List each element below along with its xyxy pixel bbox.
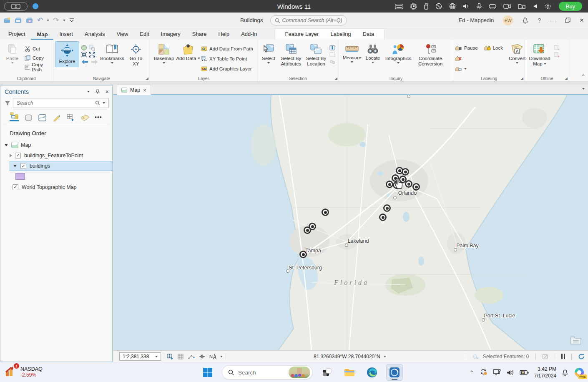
locate-button[interactable]: Locate	[363, 41, 382, 63]
tab-feature-layer[interactable]: Feature Layer	[279, 29, 325, 40]
building-point-marker[interactable]	[402, 168, 409, 176]
layer-checkbox[interactable]: ✓	[13, 184, 18, 190]
buildings-symbology-row[interactable]	[1, 171, 112, 182]
list-by-snapping-icon[interactable]	[66, 113, 75, 121]
harddrive-icon[interactable]	[489, 3, 496, 9]
cpu-icon[interactable]	[410, 3, 417, 10]
globe-network-icon[interactable]	[449, 3, 456, 10]
redo-dropdown-icon[interactable]	[63, 20, 65, 21]
map-canvas[interactable]: OrlandoLakelandTampaSt. PetersburgPalm B…	[113, 95, 588, 350]
edge-browser-button[interactable]	[364, 364, 380, 381]
cut-button[interactable]: Cut	[25, 45, 51, 53]
more-labeling-button[interactable]	[455, 65, 503, 73]
list-by-data-source-icon[interactable]	[24, 113, 33, 121]
pause-labeling-button[interactable]: Pause	[455, 44, 478, 52]
selection-launcher-icon[interactable]: ◢	[334, 76, 337, 80]
speaker-icon[interactable]	[463, 3, 470, 9]
save-project-icon[interactable]	[3, 17, 11, 24]
microphone-icon[interactable]	[477, 3, 482, 10]
view-list-icon[interactable]	[582, 88, 585, 90]
network-disabled-icon[interactable]	[435, 3, 442, 10]
new-bookmark-icon[interactable]	[167, 354, 174, 359]
paste-button[interactable]: Paste	[2, 41, 23, 64]
coordinates-readout[interactable]: 81.3260349°W 28.7044020°N	[314, 354, 386, 359]
building-point-marker[interactable]	[322, 209, 329, 216]
open-project-icon[interactable]	[15, 17, 22, 24]
notification-bell-icon[interactable]	[562, 369, 568, 376]
select-by-attributes-button[interactable]: Select By Attributes	[278, 41, 304, 67]
hidden-icons-chevron[interactable]: ⌃	[470, 369, 474, 376]
status-options-icon[interactable]	[220, 356, 223, 357]
zoom-out-arrows-icon[interactable]	[89, 52, 95, 58]
select-by-location-button[interactable]: Select By Location	[304, 41, 328, 67]
next-extent-icon[interactable]	[91, 59, 98, 65]
grid-icon[interactable]	[178, 354, 184, 359]
download-map-button[interactable]: Download Map	[527, 41, 553, 67]
tab-help[interactable]: Help	[212, 29, 235, 40]
command-search-input[interactable]	[282, 18, 342, 23]
contents-more-options[interactable]: •••	[95, 114, 102, 121]
remote-display-icon[interactable]	[493, 369, 501, 376]
volume-icon[interactable]	[507, 369, 514, 376]
tree-node-buildings[interactable]: ✓ buildings	[10, 161, 112, 171]
labeling-launcher-icon[interactable]: ◢	[520, 76, 523, 80]
building-point-marker[interactable]	[379, 214, 387, 221]
tree-node-map[interactable]: Map	[1, 140, 112, 150]
map-view-tab[interactable]: Map ×	[117, 85, 151, 95]
collapse-ribbon-icon[interactable]: ⌃	[581, 73, 585, 80]
tree-node-buildings-featuretopoint[interactable]: ✓ buildings_FeatureToPoint	[1, 150, 112, 161]
go-to-xy-button[interactable]: Go To XY	[126, 41, 146, 67]
building-point-marker[interactable]	[405, 180, 412, 188]
infographics-button[interactable]: Infographics	[382, 41, 414, 64]
close-view-icon[interactable]: ×	[143, 87, 146, 93]
pane-close-icon[interactable]: ×	[106, 88, 109, 95]
filter-icon[interactable]	[5, 101, 10, 106]
clear-selection-icon[interactable]	[329, 52, 335, 58]
pause-drawing-icon[interactable]	[561, 354, 565, 359]
scale-dropdown[interactable]: 1:2,381,338	[119, 352, 161, 361]
keyboard-icon[interactable]	[395, 4, 403, 9]
play-back-icon[interactable]	[533, 4, 538, 9]
task-view-button[interactable]	[319, 364, 335, 381]
zoom-in-arrows-icon[interactable]	[81, 52, 87, 58]
tab-data[interactable]: Data	[357, 29, 380, 40]
file-explorer-button[interactable]	[341, 364, 358, 381]
tab-project[interactable]: Project	[3, 29, 31, 40]
weather-stocks-widget[interactable]: 1 NASDAQ -2.59%	[4, 364, 43, 379]
copy-path-button[interactable]: Copy Path	[25, 63, 51, 71]
attributes-pane-icon[interactable]	[329, 45, 335, 50]
arcgis-pro-button[interactable]	[386, 364, 403, 381]
taskbar-search-input[interactable]	[238, 369, 282, 376]
expand-icon[interactable]	[10, 154, 12, 157]
restore-button[interactable]	[565, 18, 570, 23]
navigate-launcher-icon[interactable]: ◢	[146, 76, 148, 80]
buy-button[interactable]: Buy	[559, 2, 582, 11]
gear-icon[interactable]	[545, 3, 551, 10]
add-data-button[interactable]: Add Data	[176, 41, 200, 61]
layer-checkbox[interactable]: ✓	[20, 163, 26, 169]
tab-view[interactable]: View	[111, 29, 134, 40]
basemap-button[interactable]: Basemap	[152, 41, 176, 64]
building-point-marker[interactable]	[386, 181, 393, 188]
layer-checkbox[interactable]: ✓	[15, 153, 21, 158]
package-project-icon[interactable]	[26, 17, 33, 24]
bookmarks-button[interactable]: Bookmarks	[98, 41, 126, 64]
start-button[interactable]	[199, 364, 216, 381]
pin-icon[interactable]	[95, 89, 100, 94]
tree-node-world-topographic-map[interactable]: ✓ World Topographic Map	[1, 182, 112, 192]
usb-icon[interactable]	[424, 3, 428, 10]
tab-analysis[interactable]: Analysis	[79, 29, 111, 40]
remove-map-icon[interactable]	[554, 52, 560, 58]
refresh-icon[interactable]	[578, 353, 585, 360]
redo-icon[interactable]: ↷	[53, 17, 59, 24]
measure-button[interactable]: Measure	[341, 41, 363, 63]
catalog-flyout-icon[interactable]	[570, 336, 581, 344]
taskbar-search[interactable]	[222, 365, 313, 379]
undo-dropdown-icon[interactable]	[47, 20, 49, 21]
copilot-icon[interactable]: PRE	[574, 367, 585, 378]
fixed-zoom-icon[interactable]	[89, 45, 95, 51]
tab-share[interactable]: Share	[186, 29, 213, 40]
tab-edit[interactable]: Edit	[134, 29, 155, 40]
add-graphics-layer-button[interactable]: Add Graphics Layer	[201, 65, 253, 73]
clear-selected-icon[interactable]	[542, 354, 548, 359]
